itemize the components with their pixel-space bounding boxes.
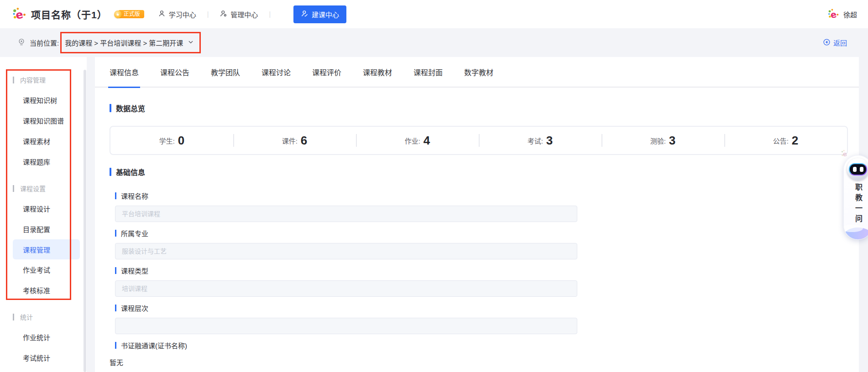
stat-courseware: 课件: 6 — [233, 127, 356, 154]
tab-course-discussion[interactable]: 课程讨论 — [261, 57, 291, 87]
main-content: 课程信息 课程公告 教学团队 课程讨论 课程评价 课程教材 课程封面 数字教材 … — [95, 57, 859, 372]
location-pin-icon — [17, 38, 26, 48]
stat-label: 学生: — [159, 136, 175, 145]
person-gear-icon — [220, 10, 227, 19]
version-badge: ★ 正式版 — [118, 10, 144, 18]
sidebar-section-statistics: 统计 作业统计 考试统计 — [0, 307, 87, 368]
user-menu[interactable]: e 徐超 — [827, 8, 857, 20]
sidebar-section-content-management: 内容管理 课程知识树 课程知识图谱 课程素材 课程题库 — [0, 70, 87, 172]
stat-value: 3 — [669, 134, 675, 146]
section-title-basic-info: 基础信息 — [110, 167, 848, 177]
breadcrumb-prefix: 当前位置: — [30, 38, 59, 47]
tab-course-evaluation[interactable]: 课程评价 — [312, 57, 341, 87]
tab-digital-textbook[interactable]: 数字教材 — [464, 57, 493, 87]
nav-label: 管理中心 — [230, 10, 258, 19]
stat-label: 考试: — [528, 136, 543, 145]
sidebar-item-assessment-standard[interactable]: 考核标准 — [0, 280, 87, 300]
robot-icon — [847, 158, 868, 180]
top-header: e 项目名称（于1） ★ 正式版 学习中心 | 管理中 — [0, 0, 868, 28]
tab-course-info[interactable]: 课程信息 — [110, 57, 139, 87]
robot-eye — [853, 167, 857, 172]
breadcrumb-annotation-box: 我的课程 > 平台培训课程 > 第二期开课 — [60, 32, 201, 53]
chevron-down-icon[interactable] — [188, 39, 194, 47]
section-title-data-overview: 数据总览 — [110, 103, 848, 113]
stat-value: 2 — [792, 134, 798, 146]
field-label-certificate: 书证融通课(证书名称) — [115, 340, 848, 350]
app-title: 项目名称（于1） — [31, 7, 107, 21]
major-field[interactable] — [115, 243, 577, 259]
tab-teaching-team[interactable]: 教学团队 — [211, 57, 240, 87]
user-name: 徐超 — [843, 10, 857, 19]
nav-label: 学习中心 — [169, 10, 196, 19]
sidebar-section-title: 统计 — [0, 307, 87, 327]
sidebar-item-exam-stats[interactable]: 考试统计 — [0, 347, 87, 368]
nav-course-builder-button[interactable]: 建课中心 — [293, 5, 346, 23]
course-type-field[interactable] — [115, 280, 577, 297]
sidebar: 内容管理 课程知识树 课程知识图谱 课程素材 课程题库 课程设置 课程设计 目录… — [0, 57, 87, 372]
breadcrumb-bar: 当前位置: 我的课程 > 平台培训课程 > 第二期开课 返回 — [0, 28, 868, 57]
stat-exams: 考试: 3 — [479, 127, 601, 154]
assistant-label: 职教一问 — [854, 183, 862, 225]
main-nav: 学习中心 | 管理中心 | 建课中心 — [158, 5, 346, 23]
stat-value: 4 — [424, 134, 430, 146]
sidebar-item-catalog-config[interactable]: 目录配置 — [0, 219, 87, 239]
stat-announcements: 公告: 2 — [724, 127, 847, 154]
user-avatar: e — [827, 8, 839, 20]
robot-eye — [860, 167, 863, 172]
medal-icon: ★ — [114, 10, 122, 18]
tab-bar: 课程信息 课程公告 教学团队 课程讨论 课程评价 课程教材 课程封面 数字教材 — [95, 57, 859, 88]
sidebar-item-knowledge-graph[interactable]: 课程知识图谱 — [0, 110, 87, 131]
stat-label: 公告: — [773, 136, 789, 145]
person-icon — [158, 10, 166, 19]
stat-value: 6 — [301, 134, 307, 146]
sidebar-section-course-settings: 课程设置 课程设计 目录配置 课程管理 作业考试 考核标准 — [0, 178, 87, 300]
sidebar-item-knowledge-tree[interactable]: 课程知识树 — [0, 90, 87, 110]
svg-text:e: e — [842, 150, 847, 158]
course-level-field[interactable] — [115, 318, 577, 334]
tab-course-announcements[interactable]: 课程公告 — [160, 57, 189, 87]
sidebar-section-title: 内容管理 — [0, 70, 87, 90]
stat-value: 0 — [178, 134, 184, 146]
nav-admin-center[interactable]: 管理中心 — [220, 10, 258, 19]
brand: e 项目名称（于1） ★ 正式版 — [12, 7, 144, 21]
svg-text:e: e — [830, 9, 837, 20]
stat-value: 3 — [546, 134, 553, 146]
breadcrumb[interactable]: 我的课程 > 平台培训课程 > 第二期开课 — [65, 38, 183, 47]
nav-label: 建课中心 — [312, 10, 339, 19]
field-label-course-type: 课程类型 — [115, 265, 848, 275]
back-arrow-icon — [823, 38, 831, 47]
stat-quizzes: 测验: 3 — [601, 127, 724, 154]
sidebar-item-homework-stats[interactable]: 作业统计 — [0, 327, 87, 347]
sidebar-item-course-materials[interactable]: 课程素材 — [0, 131, 87, 151]
tab-course-textbook[interactable]: 课程教材 — [363, 57, 392, 87]
app-logo-icon: e — [12, 7, 26, 21]
stat-students: 学生: 0 — [110, 127, 233, 154]
nav-separator: | — [269, 10, 271, 18]
version-badge-label: 正式版 — [118, 10, 144, 18]
ai-assistant-widget[interactable]: 职教一问 — [843, 155, 868, 240]
tab-course-cover[interactable]: 课程封面 — [413, 57, 443, 87]
sidebar-item-course-management[interactable]: 课程管理 — [13, 239, 80, 259]
field-label-course-level: 课程层次 — [115, 303, 848, 313]
sidebar-item-question-bank[interactable]: 课程题库 — [0, 151, 87, 172]
certificate-value: 暂无 — [110, 357, 848, 367]
stat-label: 测验: — [650, 136, 666, 145]
sidebar-item-homework-exam[interactable]: 作业考试 — [0, 259, 87, 280]
field-label-course-name: 课程名称 — [115, 191, 848, 201]
course-info-panel: 数据总览 学生: 0 课件: 6 作业: 4 考试: 3 测验: 3 — [95, 103, 859, 367]
sidebar-scrollbar[interactable] — [84, 70, 86, 372]
back-label: 返回 — [833, 38, 847, 47]
sidebar-item-course-design[interactable]: 课程设计 — [0, 198, 87, 219]
field-label-major: 所属专业 — [115, 228, 848, 238]
back-button[interactable]: 返回 — [823, 38, 847, 47]
stat-label: 作业: — [405, 136, 420, 145]
nav-learning-center[interactable]: 学习中心 — [158, 10, 196, 19]
decorative-logo-icon: e — [841, 150, 849, 160]
stats-card: 学生: 0 课件: 6 作业: 4 考试: 3 测验: 3 公告: 2 — [110, 126, 848, 155]
stat-homework: 作业: 4 — [356, 127, 479, 154]
nav-separator: | — [207, 10, 209, 18]
basic-info-form: 课程名称 所属专业 课程类型 课程层次 书证融通课(证书名称) — [115, 191, 848, 350]
stat-label: 课件: — [282, 136, 298, 145]
course-name-field[interactable] — [115, 206, 577, 222]
person-edit-icon — [301, 10, 309, 19]
